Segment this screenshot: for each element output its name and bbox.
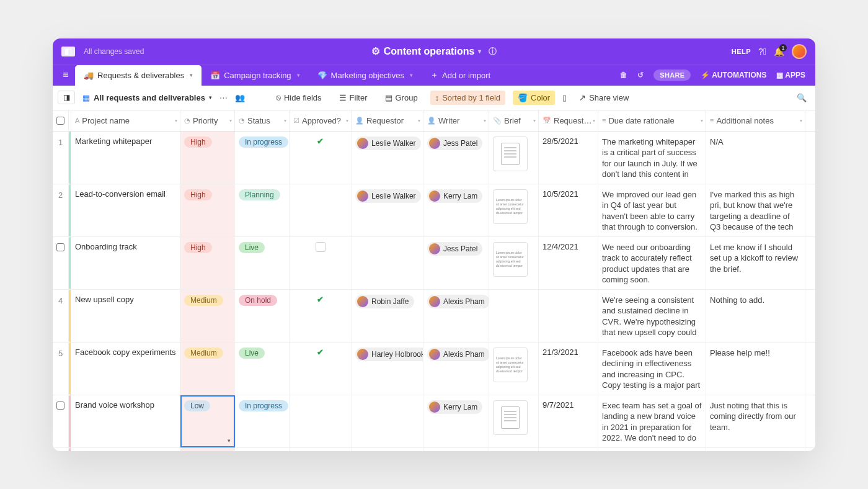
color-button[interactable]: 🪣Color [513,91,555,105]
table-tab[interactable]: 🚚Requests & deliverables▾ [75,65,202,86]
table-row[interactable]: ⤢Brand voice workshopLow▾In progressKerr… [53,395,815,448]
project-name-cell[interactable]: Facebook copy experiments [71,343,180,395]
row-number[interactable]: 1 [53,132,69,184]
share-button[interactable]: SHARE [653,70,691,81]
rationale-cell[interactable]: We'd like to launch the guide soon after… [598,448,706,451]
priority-cell[interactable]: Low [180,448,235,451]
priority-cell[interactable]: Medium [180,343,235,395]
person-chip[interactable]: Leslie Walker [355,137,421,150]
person-chip[interactable]: Jess Patel [427,242,482,256]
requestor-cell[interactable] [352,237,423,289]
view-sidebar-toggle[interactable]: ◨ [58,91,75,104]
rationale-cell[interactable]: We improved our lead gen in Q4 of last y… [598,184,706,236]
more-icon[interactable]: ⋯ [219,93,228,102]
grid-body[interactable]: 1Marketing whitepaperHighIn progress✔Les… [53,132,815,451]
notes-cell[interactable]: I'm going to schedule a kickoff with Ker… [706,448,805,451]
gear-icon[interactable]: ⚙ [371,45,380,57]
requestor-cell[interactable]: Harley Holbrook [352,343,423,395]
chevron-down-icon[interactable]: ▾ [478,48,481,55]
user-avatar[interactable] [792,44,807,59]
history-icon[interactable]: ↺ [637,71,644,79]
brief-cell[interactable]: Lorem ipsum dolor sit amet consectetur a… [489,343,539,395]
project-name-cell[interactable]: Lead-to-conversion email [71,184,180,236]
requestor-cell[interactable] [352,395,423,447]
project-name-cell[interactable]: New upsell copy [71,290,180,342]
priority-cell[interactable]: Medium [180,290,235,342]
filter-button[interactable]: ☰Filter [334,91,373,105]
notes-cell[interactable]: Let me know if I should set up a kickoff… [706,237,805,289]
writer-cell[interactable]: Kerry Lam [423,184,489,236]
logo-icon[interactable]: ◧ [61,47,75,56]
attachment-thumb[interactable] [493,137,528,171]
base-title[interactable]: Content operations [384,46,475,57]
select-all-checkbox[interactable] [53,110,69,131]
status-cell[interactable]: Live [235,343,290,395]
group-button[interactable]: ▤Group [380,91,423,105]
writer-cell[interactable]: Alexis Pham [423,290,489,342]
row-number[interactable]: 7 [53,448,69,451]
project-name-cell[interactable]: ⤢Brand voice workshop [71,395,180,447]
person-chip[interactable]: Alexis Pham [427,348,489,361]
rationale-cell[interactable]: We need our onboarding track to accurate… [598,237,706,289]
checkbox-empty[interactable] [316,242,326,252]
notes-cell[interactable]: N/A [706,132,805,184]
person-chip[interactable]: Jess Patel [427,137,482,150]
person-chip[interactable]: Kerry Lam [427,189,482,203]
brief-cell[interactable]: Lorem ipsum dolor sit amet consectetur a… [489,237,539,289]
status-cell[interactable]: In progress [235,132,290,184]
table-row[interactable]: ⤢Onboarding trackHighLiveJess PatelLorem… [53,237,815,290]
approved-cell[interactable]: ✔ [290,290,352,342]
share-view-button[interactable]: ↗Share view [574,91,634,105]
notes-cell[interactable]: Nothing to add. [706,290,805,342]
attachment-thumb[interactable]: Lorem ipsum dolor sit amet consectetur a… [493,348,528,382]
collaborators-icon[interactable]: 👥 [235,93,245,102]
row-height-icon[interactable]: ▯ [562,93,567,102]
column-header[interactable]: ≡Due date rationale▾ [598,110,706,131]
approved-cell[interactable] [290,448,352,451]
project-name-cell[interactable]: New onboarding guide [71,448,180,451]
requestor-cell[interactable]: Robin Jaffe [352,290,423,342]
status-cell[interactable]: Approvals [235,448,290,451]
priority-cell[interactable]: High [180,237,235,289]
column-header[interactable]: AProject name▾ [71,110,180,131]
brief-cell[interactable] [489,132,539,184]
priority-cell[interactable]: Low▾ [180,395,235,447]
status-cell[interactable]: Planning [235,184,290,236]
person-chip[interactable]: Harley Holbrook [355,348,423,361]
status-cell[interactable]: In progress [235,395,290,447]
column-header[interactable]: ≡Additional notes▾ [706,110,805,131]
view-picker[interactable]: ▦ All requests and deliverables ▾ [82,93,212,102]
table-row[interactable]: 1Marketing whitepaperHighIn progress✔Les… [53,132,815,184]
row-number[interactable] [53,237,69,289]
project-name-cell[interactable]: ⤢Onboarding track [71,237,180,289]
writer-cell[interactable]: Alexis Pham [423,343,489,395]
row-number[interactable]: 4 [53,290,69,342]
status-cell[interactable]: Live [235,237,290,289]
writer-cell[interactable]: Jess Patel [423,132,489,184]
sort-button[interactable]: ↕Sorted by 1 field [430,91,505,105]
column-header[interactable]: 👤Writer▾ [423,110,489,131]
row-number[interactable]: 2 [53,184,69,236]
table-tab[interactable]: 💎Marketing objectives▾ [309,65,422,86]
person-chip[interactable]: Robin Jaffe [355,295,414,308]
brief-cell[interactable] [489,448,539,451]
column-header[interactable]: 📅Request…▾ [539,110,598,131]
person-chip[interactable]: Leslie Walker [355,189,421,203]
person-chip[interactable]: Kerry Lam [427,400,482,414]
approved-cell[interactable]: ✔ [290,132,352,184]
search-icon[interactable]: 🔍 [797,93,810,102]
priority-cell[interactable]: High [180,132,235,184]
brief-cell[interactable] [489,290,539,342]
request-date-cell[interactable]: 21/3/2021 [539,343,598,395]
writer-cell[interactable]: Kerry Lam [423,395,489,447]
approved-cell[interactable] [290,395,352,447]
writer-cell[interactable]: Jess Patel [423,237,489,289]
column-header[interactable]: ☑Approved?▾ [290,110,352,131]
approved-cell[interactable] [290,184,352,236]
help-icon[interactable]: ?⃝ [758,47,766,56]
attachment-thumb[interactable]: Lorem ipsum dolor sit amet consectetur a… [493,242,528,277]
request-date-cell[interactable]: 9/7/2021 [539,395,598,447]
row-number[interactable] [53,395,69,447]
rationale-cell[interactable]: The marketing whitepaper is a critical p… [598,132,706,184]
attachment-thumb[interactable]: Lorem ipsum dolor sit amet consectetur a… [493,189,528,224]
